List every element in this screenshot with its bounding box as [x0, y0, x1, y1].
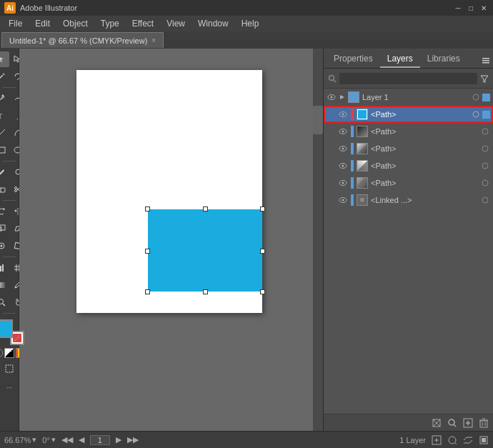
filter-icon[interactable] — [480, 74, 489, 83]
layer-group-header[interactable]: Layer 1 — [324, 89, 493, 106]
warp-tool[interactable] — [0, 238, 9, 254]
handle-top-middle[interactable] — [203, 206, 208, 211]
selection-tool[interactable] — [0, 51, 9, 67]
layer-1-square[interactable] — [482, 111, 490, 119]
pen-tool[interactable] — [0, 91, 9, 106]
make-layer-clipping-mask-button[interactable] — [430, 417, 443, 429]
selected-object[interactable] — [148, 209, 262, 292]
nav-prev[interactable]: ◀ — [79, 435, 84, 444]
layer-6-target[interactable] — [480, 195, 490, 205]
handle-bottom-left[interactable] — [145, 289, 150, 294]
layer-row-path-5[interactable]: <Path> — [324, 174, 493, 191]
document-tab[interactable]: Untitled-1* @ 66.67 % (CMYK/Preview) × — [1, 32, 164, 48]
svg-point-31 — [15, 287, 16, 288]
handle-bottom-middle[interactable] — [203, 289, 208, 294]
gradient-tool[interactable] — [0, 277, 9, 293]
scale-tool[interactable] — [0, 221, 9, 237]
rectangle-tool[interactable] — [0, 142, 9, 158]
layer-1-visibility[interactable] — [338, 109, 348, 119]
line-tool[interactable] — [0, 125, 9, 141]
panel-menu-icon[interactable] — [482, 56, 490, 65]
menu-edit[interactable]: Edit — [29, 17, 56, 30]
menu-file[interactable]: File — [3, 17, 28, 30]
handle-top-right[interactable] — [260, 206, 265, 211]
status-icon-1[interactable] — [432, 435, 442, 445]
handle-bottom-right[interactable] — [260, 289, 265, 294]
app-icon: Ai — [4, 2, 16, 14]
menu-object[interactable]: Object — [57, 17, 94, 30]
layer-1-icons — [471, 109, 490, 119]
eraser-tool[interactable] — [0, 181, 9, 197]
layer-row-path-4[interactable]: <Path> — [324, 157, 493, 174]
svg-rect-50 — [357, 126, 367, 136]
layer-4-visibility[interactable] — [338, 161, 348, 171]
more-tools-button[interactable]: ··· — [1, 379, 17, 395]
tab-libraries[interactable]: Libraries — [420, 51, 467, 68]
color-button[interactable] — [0, 348, 3, 358]
angle-chevron[interactable]: ▾ — [51, 435, 56, 444]
layer-2-target[interactable] — [480, 126, 490, 136]
new-layer-button[interactable] — [462, 417, 474, 429]
separator-3 — [3, 200, 16, 201]
svg-rect-76 — [480, 421, 487, 427]
layer-square[interactable] — [482, 94, 490, 101]
artboard-input[interactable] — [90, 435, 110, 445]
layer-2-visibility[interactable] — [338, 126, 348, 136]
status-icon-2[interactable] — [447, 435, 457, 445]
layer-3-visibility[interactable] — [338, 144, 348, 154]
column-graph-tool[interactable] — [0, 260, 9, 276]
tab-layers[interactable]: Layers — [380, 51, 420, 68]
handle-middle-left[interactable] — [145, 249, 150, 254]
handle-top-left[interactable] — [145, 206, 150, 211]
type-tool[interactable]: T — [0, 108, 9, 124]
layer-row-path-3[interactable]: <Path> — [324, 140, 493, 157]
color-area: ⇄ — [0, 317, 19, 359]
layer-visibility-toggle[interactable] — [327, 92, 337, 102]
svg-point-66 — [482, 180, 488, 186]
menu-help[interactable]: Help — [236, 17, 265, 30]
artboard-tools — [1, 361, 17, 377]
nav-next-next[interactable]: ▶▶ — [127, 435, 139, 444]
layer-1-target[interactable] — [471, 109, 481, 119]
status-icon-3[interactable] — [463, 435, 473, 445]
layer-2-thumb — [357, 126, 368, 137]
layer-2-color-bar — [351, 126, 354, 137]
menu-view[interactable]: View — [161, 17, 191, 30]
menu-type[interactable]: Type — [95, 17, 125, 30]
layer-target-icon[interactable] — [471, 92, 481, 102]
nav-next[interactable]: ▶ — [116, 435, 121, 444]
layer-3-target[interactable] — [480, 144, 490, 154]
paintbrush-tool[interactable] — [0, 164, 9, 180]
rotate-tool[interactable] — [0, 204, 9, 219]
magic-wand-tool[interactable] — [0, 69, 9, 84]
tab-properties[interactable]: Properties — [327, 51, 380, 68]
zoom-tool[interactable] — [0, 294, 9, 310]
nav-prev-prev[interactable]: ◀◀ — [61, 435, 73, 444]
scroll-thumb[interactable] — [313, 106, 323, 134]
layer-5-target[interactable] — [480, 178, 490, 188]
layer-4-target[interactable] — [480, 161, 490, 171]
layer-row-path-2[interactable]: <Path> — [324, 123, 493, 140]
canvas-scrollbar[interactable] — [313, 49, 323, 431]
close-button[interactable]: ✕ — [479, 3, 489, 13]
menu-window[interactable]: Window — [192, 17, 234, 30]
layer-row-linked[interactable]: ⊞ <Linked ...> — [324, 191, 493, 209]
artboard-tool[interactable] — [1, 361, 17, 377]
none-button[interactable] — [4, 348, 14, 358]
layer-row-path-1[interactable]: <Path> — [324, 106, 493, 123]
search-input[interactable] — [339, 73, 477, 84]
handle-middle-right[interactable] — [260, 249, 265, 254]
panel-tabs: Properties Layers Libraries — [324, 49, 493, 69]
menu-effect[interactable]: Effect — [126, 17, 159, 30]
maximize-button[interactable]: □ — [466, 3, 476, 13]
minimize-button[interactable]: ─ — [453, 3, 463, 13]
fill-swatch[interactable] — [0, 319, 13, 338]
tab-close-button[interactable]: × — [151, 36, 156, 44]
status-icon-4[interactable] — [479, 435, 489, 445]
layer-5-visibility[interactable] — [338, 178, 348, 188]
layer-6-visibility[interactable] — [338, 195, 348, 205]
search-layers-button[interactable] — [446, 417, 459, 429]
svg-line-0 — [0, 75, 3, 80]
delete-layer-button[interactable] — [477, 417, 490, 429]
zoom-chevron[interactable]: ▾ — [32, 435, 36, 444]
